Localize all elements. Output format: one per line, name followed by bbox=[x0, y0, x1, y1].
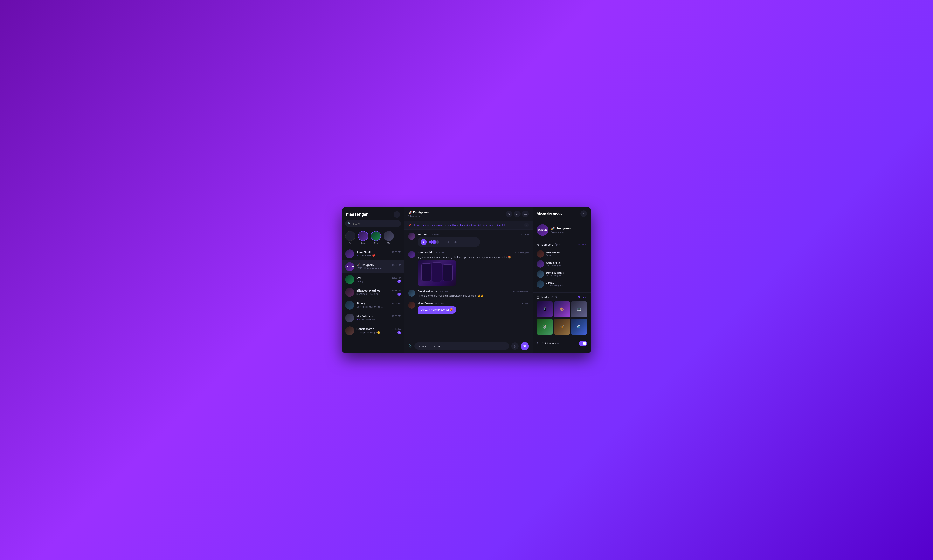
attach-button[interactable]: 📎 bbox=[408, 344, 412, 348]
chat-item-eva[interactable]: Eva 11:58 PM Typing.. 2 bbox=[342, 273, 404, 286]
member-role-anna: UI/UX Designer bbox=[546, 264, 561, 266]
chat-time-jimmy: 11:58 PM bbox=[392, 302, 401, 305]
chat-time-elizabeth: 11:58 PM bbox=[392, 289, 401, 292]
anna-story-avatar bbox=[358, 231, 368, 241]
chat-header-info: 🚀 Designers 14 members bbox=[408, 210, 429, 218]
chat-info-anna: Anna Smith 11:58 PM ✓✓ thank you! ❤️ bbox=[356, 251, 401, 257]
notifications-status: (On) bbox=[557, 342, 562, 345]
time-anna: 11:58 PM bbox=[435, 252, 444, 254]
body-mike: Mike Brown 11:58 PM Owner 10/10, it look… bbox=[418, 302, 529, 314]
image-mock: 📱 bbox=[418, 260, 456, 286]
chat-time-robert: yesterday bbox=[392, 328, 401, 330]
show-all-media-button[interactable]: Show all bbox=[578, 296, 587, 298]
avatar-david bbox=[408, 289, 415, 297]
chat-preview-eva: Typing.. 2 bbox=[356, 280, 401, 283]
chat-preview-robert: I have plans tonight 😊 3 bbox=[356, 331, 401, 334]
group-profile-info: 🚀 Designers 14 members bbox=[551, 226, 571, 234]
chat-header: 🚀 Designers 14 members bbox=[404, 207, 533, 221]
chat-item-elizabeth[interactable]: Elizabeth Martinez 11:58 PM meet me at 5… bbox=[342, 286, 404, 299]
media-thumb-6[interactable]: 🌊 bbox=[571, 318, 587, 334]
text-anna: guys, new version of streaming platform … bbox=[418, 255, 529, 259]
bubble-mike: 10/10, it looks awesome! 😍 bbox=[418, 306, 456, 314]
chat-item-jimmy[interactable]: Jimmy 11:58 PM Do you still have the fil… bbox=[342, 299, 404, 312]
chat-item-anna-smith[interactable]: Anna Smith 11:58 PM ✓✓ thank you! ❤️ bbox=[342, 248, 404, 260]
sender-david: David Williams bbox=[418, 289, 437, 293]
more-options-button[interactable] bbox=[522, 211, 529, 217]
search-input[interactable] bbox=[345, 220, 401, 227]
chat-info-elizabeth: Elizabeth Martinez 11:58 PM meet me at 5… bbox=[356, 289, 401, 295]
member-name-mike: Mike Brown bbox=[546, 251, 560, 254]
message-david: David Williams 11:58 PM Motion Designer … bbox=[408, 289, 529, 298]
media-thumb-3[interactable]: 💻 bbox=[571, 302, 587, 317]
member-name-david: David Williams bbox=[546, 271, 564, 274]
chat-header-members: 14 members bbox=[408, 215, 429, 218]
play-button[interactable]: ▶ bbox=[421, 239, 427, 245]
story-eva[interactable]: Eva bbox=[371, 231, 381, 245]
chat-info-designers: 🚀 Designers 11:58 PM 10/10, it looks awe… bbox=[356, 263, 401, 270]
avatar-victoria bbox=[408, 233, 415, 240]
sender-victoria: Victoria bbox=[418, 233, 427, 236]
member-role-david: Motion Designer bbox=[546, 274, 564, 277]
story-add[interactable]: + You bbox=[345, 231, 355, 245]
message-anna: Anna Smith 11:58 PM UI/UX Designer guys,… bbox=[408, 251, 529, 286]
chat-item-robert[interactable]: Robert Martin yesterday I have plans ton… bbox=[342, 325, 404, 337]
chat-preview-anna: ✓✓ thank you! ❤️ bbox=[356, 254, 401, 257]
members-label: Members (14) bbox=[537, 243, 560, 246]
chat-name-anna: Anna Smith bbox=[356, 251, 372, 254]
story-mia[interactable]: Mia bbox=[384, 231, 394, 245]
pinned-bar: 📌 all necessary information can be found… bbox=[404, 221, 533, 229]
text-david: I like it, the colors look so much bette… bbox=[418, 294, 529, 298]
group-name-panel: 🚀 Designers bbox=[551, 226, 571, 230]
chat-item-mia[interactable]: Mia Johnson 11:58 PM ✓✓ how about you? bbox=[342, 312, 404, 325]
notifications-label: Notifications bbox=[542, 342, 557, 345]
member-mike: Mike Brown Owner bbox=[537, 249, 587, 259]
chat-avatar-designers: DESIGN bbox=[345, 262, 354, 271]
close-pinned-button[interactable]: ✕ bbox=[524, 223, 529, 228]
badge-eva: 2 bbox=[398, 280, 401, 283]
media-thumb-4[interactable]: 🐰 bbox=[537, 318, 553, 334]
svg-point-13 bbox=[537, 297, 538, 297]
avatar-anna-msg bbox=[408, 251, 415, 258]
mic-button[interactable] bbox=[511, 342, 518, 350]
header-actions bbox=[506, 211, 529, 217]
send-button[interactable] bbox=[521, 342, 529, 350]
member-jimmy: Jimmy Graphic Designer bbox=[537, 279, 587, 289]
sender-mike: Mike Brown bbox=[418, 302, 433, 305]
sidebar: messenger 🔍 + You Anna bbox=[342, 207, 404, 353]
svg-point-0 bbox=[508, 213, 509, 214]
right-panel: About the group ✕ DESIGN 🚀 Designers 14 … bbox=[533, 207, 591, 353]
pinned-text: all necessary information can be found b… bbox=[413, 224, 504, 226]
member-anna: Anna Smith UI/UX Designer bbox=[537, 259, 587, 269]
media-thumb-2[interactable]: 🎨 bbox=[554, 302, 570, 317]
chat-header-title: 🚀 Designers bbox=[408, 210, 429, 214]
member-role-mike: Owner bbox=[546, 254, 560, 256]
show-all-members-button[interactable]: Show all bbox=[578, 243, 587, 246]
image-attachment-anna[interactable]: 📱 bbox=[418, 260, 456, 286]
chat-info-robert: Robert Martin yesterday I have plans ton… bbox=[356, 328, 401, 334]
message-input[interactable] bbox=[415, 342, 509, 350]
chat-name-eva: Eva bbox=[356, 276, 361, 279]
story-anna[interactable]: Anna bbox=[358, 231, 368, 245]
notifications-row: Notifications (On) bbox=[533, 338, 591, 349]
search-chat-button[interactable] bbox=[514, 211, 521, 217]
media-thumb-5[interactable]: 🦋 bbox=[554, 318, 570, 334]
avatar-mike bbox=[408, 302, 415, 309]
member-avatar-david bbox=[537, 271, 544, 278]
message-victoria: Victoria 11:58 PM 3D Artist ▶ bbox=[408, 233, 529, 247]
member-role-jimmy: Graphic Designer bbox=[546, 285, 563, 287]
member-name-jimmy: Jimmy bbox=[546, 282, 563, 285]
chat-item-designers[interactable]: DESIGN 🚀 Designers 11:58 PM 10/10, it lo… bbox=[342, 260, 404, 273]
search-icon: 🔍 bbox=[347, 222, 351, 225]
mia-story-avatar bbox=[384, 231, 394, 241]
chat-avatar-robert bbox=[345, 326, 354, 335]
add-member-button[interactable] bbox=[506, 211, 512, 217]
close-panel-button[interactable]: ✕ bbox=[580, 210, 587, 217]
bell-icon bbox=[537, 342, 540, 345]
members-section: Members (14) Show all Mike Brown Owner A… bbox=[533, 240, 591, 292]
new-chat-button[interactable] bbox=[393, 211, 400, 218]
notifications-toggle[interactable] bbox=[579, 341, 587, 346]
sidebar-header: messenger bbox=[342, 207, 404, 220]
chat-avatar-elizabeth bbox=[345, 288, 354, 297]
media-thumb-1[interactable]: 📱 bbox=[537, 302, 553, 317]
group-profile: DESIGN 🚀 Designers 14 members bbox=[533, 220, 591, 240]
